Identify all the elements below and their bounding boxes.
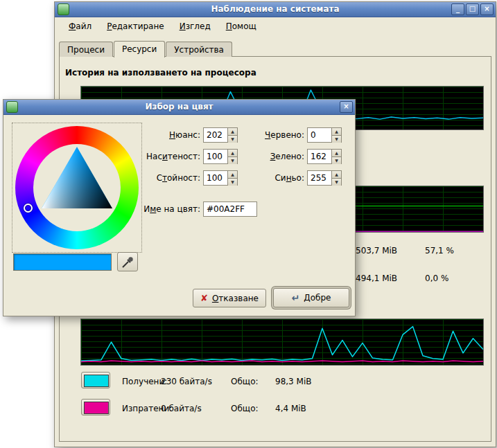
dialog-titlebar[interactable]: Избор на цвят × — [3, 100, 355, 115]
red-spin-down-icon[interactable]: ▼ — [332, 136, 341, 143]
swap-percent-value: 0,0 % — [425, 274, 448, 283]
menubar: Файл Редактиране Изглед Помощ — [55, 17, 495, 35]
sent-total-label: Общо: — [231, 404, 259, 413]
window-controls: _ □ × — [451, 3, 494, 15]
color-wheel[interactable] — [12, 123, 142, 253]
blue-spin-up-icon[interactable]: ▲ — [332, 171, 341, 179]
menu-file[interactable]: Файл — [61, 19, 99, 33]
blue-value[interactable]: 255 — [308, 171, 331, 185]
sent-color-button[interactable] — [81, 399, 110, 415]
sent-color-swatch — [84, 402, 109, 414]
menu-help[interactable]: Помощ — [218, 19, 264, 33]
color-preview — [13, 253, 112, 271]
received-color-swatch — [84, 375, 109, 387]
tab-resources[interactable]: Ресурси — [114, 41, 165, 57]
dialog-title: Избор на цвят — [3, 102, 355, 111]
cpu-section-heading: История на използването на процесора — [65, 68, 256, 78]
color-picker-dialog: Избор на цвят × — [3, 99, 356, 316]
received-total-label: Общо: — [231, 377, 259, 386]
window-titlebar[interactable]: Наблюдение на системата _ □ × — [55, 2, 496, 17]
value-label: Стойност: — [107, 173, 200, 183]
received-rate: 230 байта/s — [161, 377, 212, 386]
red-value[interactable]: 0 — [308, 128, 331, 142]
tab-devices[interactable]: Устройства — [166, 42, 232, 57]
notebook-tabs: Процеси Ресурси Устройства — [59, 39, 233, 57]
sent-total: 4,4 MiB — [275, 404, 306, 413]
red-spin-up-icon[interactable]: ▲ — [332, 128, 341, 136]
desktop: Наблюдение на системата _ □ × Файл Редак… — [0, 0, 497, 448]
eyedropper-icon — [121, 255, 135, 269]
tab-processes[interactable]: Процеси — [59, 42, 113, 57]
close-button[interactable]: × — [480, 3, 494, 15]
color-name-input[interactable]: #00A2FF — [203, 201, 257, 217]
received-total: 98,3 MiB — [275, 377, 311, 386]
blue-spinbox[interactable]: 255 ▲ ▼ — [307, 170, 342, 186]
cancel-button[interactable]: ✘ Отказване — [193, 289, 266, 307]
ok-button[interactable]: ↵ Добре — [273, 288, 349, 307]
blue-label: Синьо: — [232, 173, 304, 183]
green-spin-up-icon[interactable]: ▲ — [332, 150, 341, 157]
value-value[interactable]: 100 — [204, 171, 227, 185]
ok-icon: ↵ — [292, 292, 300, 303]
red-spinbox[interactable]: 0 ▲ ▼ — [307, 127, 342, 143]
red-label: Червено: — [232, 130, 304, 140]
window-title: Наблюдение на системата — [55, 4, 496, 14]
blue-spin-down-icon[interactable]: ▼ — [332, 179, 341, 186]
maximize-button[interactable]: □ — [466, 3, 479, 15]
saturation-value[interactable]: 100 — [204, 150, 227, 163]
menu-view[interactable]: Изглед — [172, 19, 218, 33]
green-spin-down-icon[interactable]: ▼ — [332, 157, 341, 164]
memory-percent-value: 57,1 % — [425, 246, 454, 256]
color-name-label: Име на цвят: — [107, 204, 200, 214]
memory-total-value: 503,7 MiB — [356, 246, 397, 256]
cancel-icon: ✘ — [200, 293, 208, 303]
swap-total-value: 494,1 MiB — [356, 274, 397, 283]
dialog-controls: × — [340, 101, 353, 113]
hue-value[interactable]: 202 — [204, 128, 227, 142]
saturation-label: Наситеност: — [107, 152, 200, 161]
ok-label: Добре — [304, 293, 331, 303]
sent-rate: 0 байта/s — [161, 404, 202, 413]
hue-label: Нюанс: — [107, 130, 200, 140]
green-spinbox[interactable]: 162 ▲ ▼ — [307, 149, 342, 164]
hue-marker[interactable] — [24, 204, 33, 213]
received-color-button[interactable] — [81, 372, 110, 388]
dialog-close-button[interactable]: × — [340, 101, 353, 113]
minimize-button[interactable]: _ — [451, 3, 464, 15]
green-value[interactable]: 162 — [308, 150, 331, 163]
eyedropper-button[interactable] — [117, 252, 138, 271]
menu-edit[interactable]: Редактиране — [99, 19, 172, 33]
cancel-label: Отказване — [212, 294, 259, 303]
network-history-chart — [80, 319, 484, 366]
green-label: Зелено: — [232, 152, 304, 161]
